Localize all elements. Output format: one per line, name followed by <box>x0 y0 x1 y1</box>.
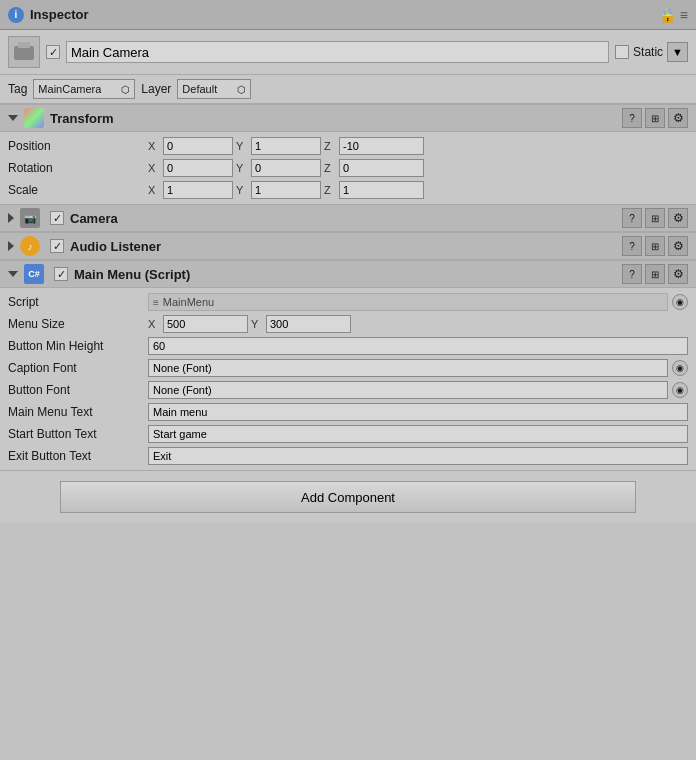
mainmenu-collapse-icon <box>8 271 18 277</box>
camera-gear-button[interactable]: ⚙ <box>668 208 688 228</box>
scale-label: Scale <box>8 183 148 197</box>
caption-font-area: ◉ <box>148 359 688 377</box>
button-font-area: ◉ <box>148 381 688 399</box>
add-component-button[interactable]: Add Component <box>60 481 636 513</box>
pos-z-label: Z <box>324 140 336 152</box>
caption-font-label: Caption Font <box>8 361 148 375</box>
rot-x-input[interactable] <box>163 159 233 177</box>
rot-x-label: X <box>148 162 160 174</box>
button-font-label: Button Font <box>8 383 148 397</box>
audio-collapse-icon <box>8 241 14 251</box>
lock-icon[interactable]: 🔒 ≡ <box>659 7 688 23</box>
mainmenu-layout-button[interactable]: ⊞ <box>645 264 665 284</box>
main-menu-text-input[interactable] <box>148 403 688 421</box>
static-dropdown-button[interactable]: ▼ <box>667 42 688 62</box>
rot-y-label: Y <box>236 162 248 174</box>
transform-header[interactable]: Transform ? ⊞ ⚙ <box>0 104 696 132</box>
rot-y-input[interactable] <box>251 159 321 177</box>
mainmenu-gear-button[interactable]: ⚙ <box>668 264 688 284</box>
mainmenu-active-checkbox[interactable] <box>54 267 68 281</box>
transform-body: Position X Y Z Rotation X Y Z Scale X Y … <box>0 132 696 204</box>
menu-size-x-input[interactable] <box>163 315 248 333</box>
button-font-row: Button Font ◉ <box>0 379 696 401</box>
transform-help-button[interactable]: ? <box>622 108 642 128</box>
mainmenu-help-button[interactable]: ? <box>622 264 642 284</box>
script-icon: C# <box>24 264 44 284</box>
caption-font-select-button[interactable]: ◉ <box>672 360 688 376</box>
camera-buttons: ? ⊞ ⚙ <box>622 208 688 228</box>
main-menu-text-row: Main Menu Text <box>0 401 696 423</box>
tag-label: Tag <box>8 82 27 96</box>
button-font-input[interactable] <box>148 381 668 399</box>
transform-gear-button[interactable]: ⚙ <box>668 108 688 128</box>
svg-rect-1 <box>18 42 30 48</box>
position-label: Position <box>8 139 148 153</box>
button-min-height-input[interactable] <box>148 337 688 355</box>
start-button-text-label: Start Button Text <box>8 427 148 441</box>
main-menu-text-label: Main Menu Text <box>8 405 148 419</box>
pos-z-input[interactable] <box>339 137 424 155</box>
button-min-height-row: Button Min Height <box>0 335 696 357</box>
audio-listener-title: Audio Listener <box>70 239 616 254</box>
rotation-value: X Y Z <box>148 159 688 177</box>
audio-layout-button[interactable]: ⊞ <box>645 236 665 256</box>
script-select-button[interactable]: ◉ <box>672 294 688 310</box>
static-checkbox[interactable] <box>615 45 629 59</box>
mainmenu-script-header[interactable]: C# Main Menu (Script) ? ⊞ ⚙ <box>0 260 696 288</box>
pos-y-label: Y <box>236 140 248 152</box>
scale-value: X Y Z <box>148 181 688 199</box>
camera-active-checkbox[interactable] <box>50 211 64 225</box>
menu-size-y-input[interactable] <box>266 315 351 333</box>
script-value: MainMenu <box>163 296 214 308</box>
transform-buttons: ? ⊞ ⚙ <box>622 108 688 128</box>
tag-value: MainCamera <box>38 83 101 95</box>
size-x-label: X <box>148 318 160 330</box>
camera-title: Camera <box>70 211 616 226</box>
pos-y-input[interactable] <box>251 137 321 155</box>
caption-font-input[interactable] <box>148 359 668 377</box>
button-min-height-label: Button Min Height <box>8 339 148 353</box>
layer-select[interactable]: Default ⬡ <box>177 79 251 99</box>
camera-help-button[interactable]: ? <box>622 208 642 228</box>
scale-z-input[interactable] <box>339 181 424 199</box>
gameobject-name-input[interactable] <box>66 41 609 63</box>
exit-button-text-input[interactable] <box>148 447 688 465</box>
script-field-area: ≡ MainMenu ◉ <box>148 293 688 311</box>
tag-arrow-icon: ⬡ <box>121 84 130 95</box>
camera-icon: 📷 <box>20 208 40 228</box>
camera-header[interactable]: 📷 Camera ? ⊞ ⚙ <box>0 204 696 232</box>
audio-help-button[interactable]: ? <box>622 236 642 256</box>
scale-y-label: Y <box>236 184 248 196</box>
script-row: Script ≡ MainMenu ◉ <box>0 291 696 313</box>
audio-active-checkbox[interactable] <box>50 239 64 253</box>
rotation-row: Rotation X Y Z <box>0 157 696 179</box>
rotation-label: Rotation <box>8 161 148 175</box>
gameobject-active-checkbox[interactable] <box>46 45 60 59</box>
static-label: Static <box>633 45 663 59</box>
camera-layout-button[interactable]: ⊞ <box>645 208 665 228</box>
audio-gear-button[interactable]: ⚙ <box>668 236 688 256</box>
size-y-label: Y <box>251 318 263 330</box>
audio-buttons: ? ⊞ ⚙ <box>622 236 688 256</box>
scale-row: Scale X Y Z <box>0 179 696 201</box>
layer-arrow-icon: ⬡ <box>237 84 246 95</box>
button-font-select-button[interactable]: ◉ <box>672 382 688 398</box>
audio-listener-header[interactable]: ♪ Audio Listener ? ⊞ ⚙ <box>0 232 696 260</box>
scale-y-input[interactable] <box>251 181 321 199</box>
pos-x-label: X <box>148 140 160 152</box>
scale-x-label: X <box>148 184 160 196</box>
static-area: Static ▼ <box>615 42 688 62</box>
tag-layer-row: Tag MainCamera ⬡ Layer Default ⬡ <box>0 75 696 104</box>
exit-button-text-row: Exit Button Text <box>0 445 696 467</box>
tag-select[interactable]: MainCamera ⬡ <box>33 79 135 99</box>
scale-x-input[interactable] <box>163 181 233 199</box>
rot-z-input[interactable] <box>339 159 424 177</box>
pos-x-input[interactable] <box>163 137 233 155</box>
start-button-text-input[interactable] <box>148 425 688 443</box>
transform-layout-button[interactable]: ⊞ <box>645 108 665 128</box>
exit-button-text-label: Exit Button Text <box>8 449 148 463</box>
menu-size-label: Menu Size <box>8 317 148 331</box>
gameobject-header: Static ▼ <box>0 30 696 75</box>
scale-z-label: Z <box>324 184 336 196</box>
transform-collapse-icon <box>8 115 18 121</box>
